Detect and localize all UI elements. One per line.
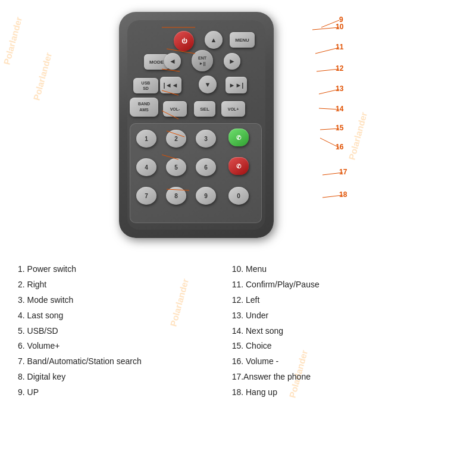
legend-item-14: 14. Next song xyxy=(232,324,443,339)
num-1-button[interactable]: 1 xyxy=(136,130,156,148)
num-6-button[interactable]: 6 xyxy=(196,158,216,176)
legend-item-8: 8. Digital key xyxy=(18,369,229,385)
legend-item-18: 18. Hang up xyxy=(232,385,443,400)
annotation-10: 10 xyxy=(336,23,343,31)
annotation-11: 11 xyxy=(336,43,343,51)
legend-item-13: 13. Under xyxy=(232,308,443,324)
remote-inner: ⏻ ▲ MENU MODE ◄ ENT ►|| ► USB SD |◄◄ ▼ ►… xyxy=(127,20,265,230)
num-7-button[interactable]: 7 xyxy=(136,187,156,205)
legend-right-col: 10. Menu 11. Confirm/Play/Pause 12. Left… xyxy=(232,262,443,400)
annotation-12: 12 xyxy=(336,64,343,73)
power-button[interactable]: ⏻ xyxy=(174,31,194,51)
legend-item-9: 9. UP xyxy=(18,385,229,400)
legend-item-17: 17.Answer the phone xyxy=(232,369,443,385)
annotation-13: 13 xyxy=(336,84,343,93)
right-button[interactable]: ► xyxy=(224,53,240,70)
legend-left-col: 1. Power switch 2. Right 3. Mode switch … xyxy=(18,262,229,400)
legend-item-6: 6. Volume+ xyxy=(18,339,229,354)
watermark-1: Polarlander xyxy=(1,15,24,65)
legend-section: 1. Power switch 2. Right 3. Mode switch … xyxy=(0,262,476,400)
legend-item-3: 3. Mode switch xyxy=(18,293,229,308)
menu-button[interactable]: MENU xyxy=(230,32,255,48)
legend-item-12: 12. Left xyxy=(232,293,443,308)
annotation-17: 17 xyxy=(339,168,347,176)
remote-area: 1 2 3 4 5 6 7 8 9 10 11 12 13 14 15 16 1… xyxy=(48,6,381,256)
annotation-16: 16 xyxy=(336,143,343,151)
legend-item-16: 16. Volume - xyxy=(232,354,443,369)
annotation-14: 14 xyxy=(336,105,343,113)
num-5-button[interactable]: 5 xyxy=(166,158,186,176)
hangup-button[interactable]: ✆ xyxy=(228,157,249,175)
num-2-button[interactable]: 2 xyxy=(166,130,186,148)
next-button[interactable]: ►►| xyxy=(226,77,247,93)
num-9-button[interactable]: 9 xyxy=(196,187,216,205)
num-3-button[interactable]: 3 xyxy=(196,130,216,148)
sel-button[interactable]: SEL xyxy=(194,101,215,117)
num-0-button[interactable]: 0 xyxy=(228,187,249,205)
up-button[interactable]: ▲ xyxy=(205,31,223,49)
legend-item-5: 5. USB/SD xyxy=(18,324,229,339)
numpad-area: 1 2 3 ✆ 4 5 6 ✆ 7 8 9 0 xyxy=(130,123,262,223)
usbsd-button[interactable]: USB SD xyxy=(133,78,158,93)
left-button[interactable]: ◄ xyxy=(164,53,181,70)
legend-item-15: 15. Choice xyxy=(232,339,443,354)
prev-button[interactable]: |◄◄ xyxy=(160,77,181,93)
volplus-button[interactable]: VOL+ xyxy=(221,101,245,117)
answer-phone-button[interactable]: ✆ xyxy=(228,129,249,146)
legend-item-1: 1. Power switch xyxy=(18,262,229,277)
band-button[interactable]: BAND AMS xyxy=(130,98,158,117)
num-4-button[interactable]: 4 xyxy=(136,158,156,176)
volminus-button[interactable]: VOL- xyxy=(163,101,187,117)
legend-item-11: 11. Confirm/Play/Pause xyxy=(232,277,443,293)
legend-item-4: 4. Last song xyxy=(18,308,229,324)
legend-item-10: 10. Menu xyxy=(232,262,443,277)
ent-button[interactable]: ENT ►|| xyxy=(192,50,213,71)
legend-item-2: 2. Right xyxy=(18,277,229,293)
annotation-18: 18 xyxy=(339,190,347,199)
down-button[interactable]: ▼ xyxy=(199,76,217,93)
annotation-15: 15 xyxy=(336,124,343,132)
num-8-button[interactable]: 8 xyxy=(166,187,186,205)
legend-item-7: 7. Band/Automatic/Station search xyxy=(18,354,229,369)
remote-control: ⏻ ▲ MENU MODE ◄ ENT ►|| ► USB SD |◄◄ ▼ ►… xyxy=(119,12,274,238)
